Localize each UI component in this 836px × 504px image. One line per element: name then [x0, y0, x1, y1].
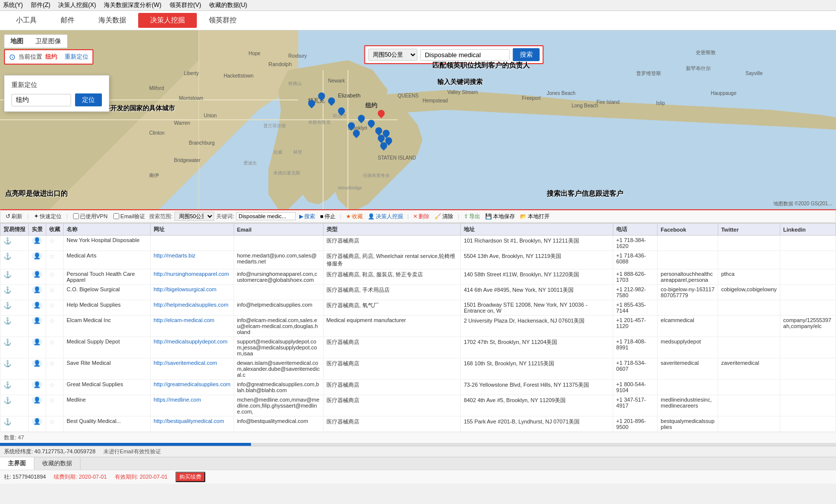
relocate-link[interactable]: 重新定位 — [65, 53, 88, 61]
td-street-10[interactable]: 👤 — [29, 417, 46, 432]
td-trade-0[interactable]: ⚓ — [0, 236, 29, 251]
td-street-2[interactable]: 👤 — [29, 269, 46, 285]
td-street-9[interactable]: 👤 — [29, 395, 46, 417]
td-street-5[interactable]: 👤 — [29, 316, 46, 337]
locate-button[interactable]: 定位 — [75, 93, 102, 106]
td-collect-6[interactable]: ☆ — [46, 337, 64, 358]
td-website-5[interactable]: http://elcam-medical.com — [150, 316, 234, 337]
anchor-icon-9[interactable]: ⚓ — [3, 397, 11, 404]
td-street-6[interactable]: 👤 — [29, 337, 46, 358]
td-street-7[interactable]: 👤 — [29, 358, 46, 380]
toolbar-stop-btn[interactable]: ■ 停止 — [319, 212, 337, 221]
website-link-4[interactable]: http://helpmedicalsupplies.com — [154, 302, 228, 308]
relocate-input[interactable] — [11, 94, 71, 106]
website-link-3[interactable]: http://bigelowsurgical.com — [154, 286, 217, 292]
anchor-icon-5[interactable]: ⚓ — [3, 317, 11, 325]
td-website-9[interactable]: https://medline.com — [150, 395, 234, 417]
menu-linkedin[interactable]: 领英群控(V) — [169, 1, 201, 9]
td-trade-9[interactable]: ⚓ — [0, 395, 29, 417]
toolbar-decision-btn[interactable]: 👤 决策人挖掘 — [366, 212, 405, 221]
search-button[interactable]: 搜索 — [513, 48, 540, 61]
td-collect-7[interactable]: ☆ — [46, 358, 64, 380]
star-icon-6[interactable]: ☆ — [49, 338, 55, 346]
star-icon-5[interactable]: ☆ — [49, 317, 55, 325]
td-website-3[interactable]: http://bigelowsurgical.com — [150, 285, 234, 300]
keyword-input[interactable] — [420, 49, 510, 61]
star-icon-0[interactable]: ☆ — [49, 237, 55, 245]
toolbar-keyword-input[interactable] — [236, 212, 296, 220]
td-trade-3[interactable]: ⚓ — [0, 285, 29, 300]
td-street-0[interactable]: 👤 — [29, 236, 46, 251]
star-icon-2[interactable]: ☆ — [49, 271, 55, 278]
tab-tools[interactable]: 小工具 — [4, 13, 49, 28]
td-trade-1[interactable]: ⚓ — [0, 251, 29, 269]
toolbar-clear-btn[interactable]: 🧹 清除 — [433, 212, 455, 221]
menu-favorites[interactable]: 收藏的数据(U) — [209, 1, 248, 9]
anchor-icon-7[interactable]: ⚓ — [3, 360, 11, 367]
toolbar-open-local-btn[interactable]: 📂 本地打开 — [518, 212, 551, 221]
td-website-2[interactable]: http://nursinghomeapparel.com — [150, 269, 234, 285]
td-website-10[interactable]: http://bestqualitymedical.com — [150, 417, 234, 432]
toolbar-quick-locate[interactable]: ✦ 快速定位 — [32, 212, 64, 221]
bottom-tab-main[interactable]: 主界面 — [0, 457, 34, 470]
website-link-7[interactable]: http://saveritemedical.com — [154, 360, 217, 366]
toolbar-refresh[interactable]: ↺ 刷新 — [3, 212, 24, 221]
menu-system[interactable]: 系统(Y) — [3, 1, 23, 9]
star-icon-9[interactable]: ☆ — [49, 397, 55, 404]
website-link-6[interactable]: http://medicalsupplydepot.com — [154, 338, 228, 344]
td-collect-1[interactable]: ☆ — [46, 251, 64, 269]
td-collect-2[interactable]: ☆ — [46, 269, 64, 285]
td-collect-0[interactable]: ☆ — [46, 236, 64, 251]
anchor-icon-0[interactable]: ⚓ — [3, 237, 11, 245]
toolbar-export-btn[interactable]: ⇧ 导出 — [462, 212, 482, 221]
star-icon-1[interactable]: ☆ — [49, 252, 55, 260]
td-trade-10[interactable]: ⚓ — [0, 417, 29, 432]
td-collect-9[interactable]: ☆ — [46, 395, 64, 417]
toolbar-search-btn[interactable]: ▶ 搜索 — [298, 212, 317, 221]
anchor-icon-1[interactable]: ⚓ — [3, 252, 11, 260]
td-street-1[interactable]: 👤 — [29, 251, 46, 269]
website-link-9[interactable]: https://medline.com — [154, 397, 201, 403]
bottom-tab-favorites[interactable]: 收藏的数据 — [34, 457, 81, 470]
td-website-7[interactable]: http://saveritemedical.com — [150, 358, 234, 380]
toolbar-email-verify[interactable]: Email验证 — [111, 212, 147, 221]
user-icon-9[interactable]: 👤 — [32, 396, 42, 404]
td-collect-10[interactable]: ☆ — [46, 417, 64, 432]
anchor-icon-4[interactable]: ⚓ — [3, 302, 11, 309]
map-type-tabs[interactable]: 地图 卫星图像 — [4, 34, 68, 48]
user-icon-0[interactable]: 👤 — [32, 237, 42, 245]
menu-parts[interactable]: 部件(Z) — [31, 1, 50, 9]
td-trade-7[interactable]: ⚓ — [0, 358, 29, 380]
td-website-1[interactable]: http://medarts.biz — [150, 251, 234, 269]
star-icon-10[interactable]: ☆ — [49, 418, 55, 425]
star-icon-7[interactable]: ☆ — [49, 360, 55, 367]
location-box[interactable]: ⊙ 当前位置 纽约 重新定位 — [4, 49, 93, 65]
td-trade-5[interactable]: ⚓ — [0, 316, 29, 337]
td-website-8[interactable]: http://greatmedicalsupplies.com — [150, 380, 234, 395]
user-icon-10[interactable]: 👤 — [32, 418, 42, 425]
td-street-3[interactable]: 👤 — [29, 285, 46, 300]
star-icon-4[interactable]: ☆ — [49, 302, 55, 309]
website-link-8[interactable]: http://greatmedicalsupplies.com — [154, 381, 231, 387]
menu-decision[interactable]: 决策人挖掘(X) — [58, 1, 96, 9]
td-trade-2[interactable]: ⚓ — [0, 269, 29, 285]
td-street-8[interactable]: 👤 — [29, 380, 46, 395]
map-tab-satellite[interactable]: 卫星图像 — [29, 35, 67, 48]
user-icon-1[interactable]: 👤 — [32, 252, 42, 260]
tab-mail[interactable]: 邮件 — [49, 13, 86, 28]
star-icon-3[interactable]: ☆ — [49, 286, 55, 294]
anchor-icon-6[interactable]: ⚓ — [3, 338, 11, 346]
website-link-2[interactable]: http://nursinghomeapparel.com — [154, 271, 229, 277]
td-collect-3[interactable]: ☆ — [46, 285, 64, 300]
map-container[interactable]: Randolph Roxbury Hope Liberty Hackettsto… — [0, 30, 836, 209]
tab-decision[interactable]: 决策人挖掘 — [138, 13, 197, 28]
td-collect-4[interactable]: ☆ — [46, 300, 64, 316]
td-collect-5[interactable]: ☆ — [46, 316, 64, 337]
website-link-5[interactable]: http://elcam-medical.com — [154, 317, 214, 323]
td-trade-6[interactable]: ⚓ — [0, 337, 29, 358]
website-link-1[interactable]: http://medarts.biz — [154, 252, 195, 258]
star-icon-8[interactable]: ☆ — [49, 381, 55, 389]
toolbar-collect-btn[interactable]: ★ 收藏 — [344, 212, 364, 221]
anchor-icon-3[interactable]: ⚓ — [3, 286, 11, 294]
user-icon-4[interactable]: 👤 — [32, 301, 42, 309]
